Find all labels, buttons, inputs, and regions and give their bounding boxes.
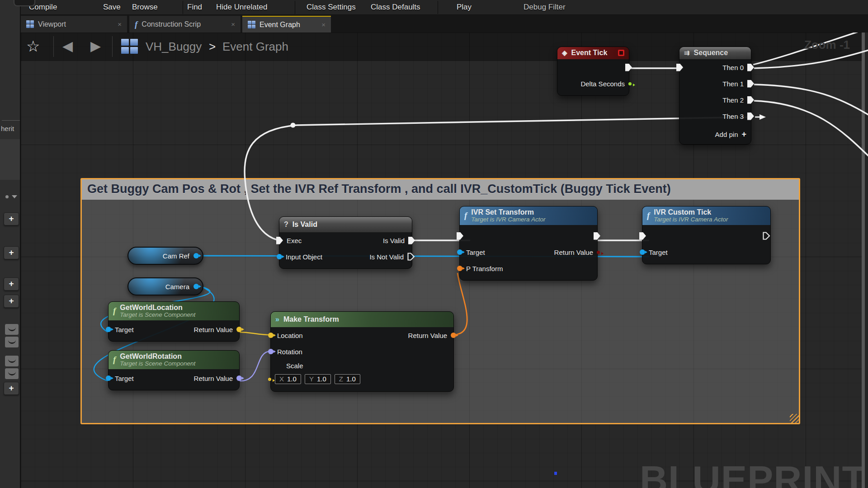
node-subtitle: Target is Scene Component [120, 311, 195, 318]
close-icon[interactable]: × [315, 21, 326, 28]
comment-resize-handle[interactable] [790, 414, 799, 423]
question-icon: ? [284, 221, 288, 229]
exec-in-pin[interactable] [676, 64, 683, 71]
make-struct-icon: » [275, 315, 279, 324]
tab-construction-script[interactable]: f Construction Scrip × [129, 16, 241, 33]
breadcrumb-page[interactable]: Event Graph [222, 40, 288, 54]
node-title: Make Transform [283, 315, 339, 324]
is-not-valid-pin[interactable] [407, 253, 415, 261]
exec-in-pin[interactable] [457, 232, 463, 240]
target-pin[interactable] [640, 249, 645, 255]
exec-out-pin[interactable] [763, 232, 770, 240]
target-pin[interactable] [106, 375, 111, 381]
node-ivr-set-transform[interactable]: f IVR Set Transform Target is IVR Camera… [459, 206, 598, 281]
location-pin[interactable] [268, 333, 274, 338]
rotation-pin[interactable] [268, 349, 274, 354]
blueprint-editor: BLUEPRINT Compile Save Browse Find Hide … [0, 0, 868, 488]
tab-event-graph[interactable]: Event Graph × [242, 16, 331, 33]
node-make-transform[interactable]: » Make Transform Location Return Value R… [270, 311, 454, 392]
node-get-world-location[interactable]: f GetWorldLocation Target is Scene Compo… [108, 301, 240, 342]
node-event-tick[interactable]: ◈ Event Tick Delta Seconds [557, 47, 629, 96]
add-pin-plus-icon[interactable]: + [741, 130, 746, 139]
hide-unrelated-button[interactable]: Hide Unrelated [216, 3, 267, 12]
pin-label: Target [649, 249, 668, 256]
node-cam-ref-getter[interactable]: Cam Ref [127, 247, 203, 265]
cam-ref-output-pin[interactable] [193, 253, 199, 258]
sequence-icon: ⇉ [684, 49, 690, 57]
favorite-star-icon[interactable]: ☆ [26, 37, 40, 55]
pin-label: Scale [286, 362, 303, 370]
node-get-world-rotation[interactable]: f GetWorldRotation Target is Scene Compo… [108, 350, 240, 390]
function-icon: f [647, 212, 650, 219]
pin-label: Target [466, 249, 485, 256]
return-value-pin[interactable] [451, 333, 456, 338]
close-icon[interactable]: × [225, 20, 235, 28]
panel-divider [2, 120, 20, 121]
node-title: IVR Set Transform [471, 208, 534, 216]
toolbar-separator [438, 1, 438, 14]
add-variable-button[interactable]: + [4, 212, 19, 225]
add-graph-button[interactable]: + [4, 295, 19, 308]
node-camera-getter[interactable]: Camera [127, 277, 203, 296]
node-title: Is Valid [292, 221, 317, 229]
visibility-eye-icon[interactable] [5, 324, 19, 335]
scale-x-input[interactable]: X1.0 [275, 374, 301, 384]
return-value-pin[interactable] [236, 327, 242, 332]
delta-seconds-pin[interactable] [628, 82, 632, 85]
visibility-eye-icon[interactable] [5, 368, 19, 380]
node-is-valid[interactable]: ? Is Valid Exec Is Valid Input Object Is… [279, 216, 412, 269]
debug-filter-label[interactable]: Debug Filter [524, 3, 566, 12]
pin-label: P Transform [466, 265, 503, 272]
exec-in-pin[interactable] [639, 232, 646, 240]
scale-y-input[interactable]: Y1.0 [305, 374, 331, 384]
forward-arrow-icon[interactable]: ▶ [90, 38, 101, 54]
breadcrumb-blueprint-name[interactable]: VH_Buggy [146, 40, 202, 54]
panel-splitter[interactable] [862, 33, 865, 488]
add-macro-button[interactable]: + [4, 277, 19, 291]
node-subtitle: Target is IVR Camera Actor [471, 216, 545, 223]
p-transform-pin[interactable] [457, 266, 462, 271]
node-sequence[interactable]: ⇉ Sequence Then 0 Then 1 Then 2 Then 3 A… [679, 47, 751, 145]
event-icon: ◈ [562, 49, 567, 57]
variable-label: Cam Ref [163, 252, 189, 260]
add-dispatcher-button[interactable]: + [4, 382, 19, 395]
viewport-grid-icon [26, 20, 34, 28]
add-pin-label[interactable]: Add pin [715, 131, 738, 138]
play-button[interactable]: Play [457, 3, 472, 12]
node-subtitle: Target is IVR Camera Actor [654, 216, 728, 223]
camera-output-pin[interactable] [193, 284, 199, 289]
add-function-button[interactable]: + [4, 246, 19, 259]
node-ivr-custom-tick[interactable]: f IVR Custom Tick Target is IVR Camera A… [642, 206, 771, 264]
class-settings-button[interactable]: Class Settings [307, 3, 356, 12]
exec-in-pin[interactable] [276, 237, 283, 244]
pin-label: Return Value [194, 326, 233, 333]
inherited-variables-partial-label: herit [1, 125, 14, 132]
close-icon[interactable]: × [111, 20, 122, 28]
pin-label: Input Object [286, 253, 322, 261]
left-panel-edge: herit + + + + + [0, 0, 21, 488]
target-pin[interactable] [106, 327, 111, 332]
toolbar-partial-icon [14, 0, 35, 6]
chevron-down-icon[interactable] [12, 195, 17, 198]
return-value-pin[interactable] [236, 375, 242, 381]
pin-label: Rotation [277, 348, 302, 356]
class-defaults-button[interactable]: Class Defaults [371, 3, 420, 12]
target-pin[interactable] [457, 249, 462, 255]
back-arrow-icon[interactable]: ◀ [62, 38, 73, 54]
scale-pin[interactable] [268, 378, 271, 381]
input-object-pin[interactable] [277, 254, 282, 259]
save-button[interactable]: Save [103, 3, 121, 12]
browse-button[interactable]: Browse [132, 3, 158, 12]
visibility-eye-icon[interactable] [5, 355, 19, 367]
function-icon: f [135, 19, 137, 29]
find-button[interactable]: Find [187, 3, 202, 12]
right-panel-edge [865, 33, 868, 488]
function-icon: f [113, 357, 116, 363]
return-value-pin[interactable] [597, 251, 600, 254]
tab-viewport[interactable]: Viewport × [21, 16, 127, 33]
toolbar-separator [183, 1, 183, 14]
scale-z-input[interactable]: Z1.0 [335, 374, 360, 384]
function-icon: f [113, 308, 116, 314]
comment-title[interactable]: Get Buggy Cam Pos & Rot , Set the IVR Re… [82, 179, 799, 200]
visibility-eye-icon[interactable] [5, 336, 19, 348]
